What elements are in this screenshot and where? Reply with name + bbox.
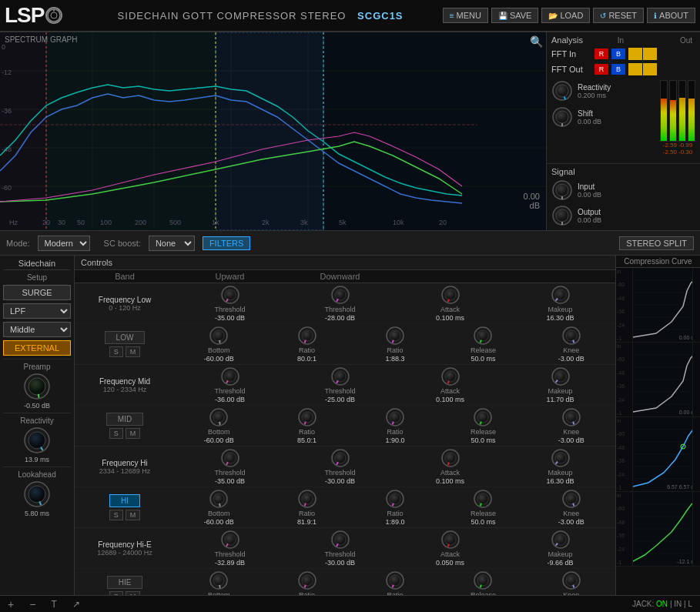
filters-button[interactable]: FILTERS [203, 236, 250, 250]
svg-point-161 [213, 575, 224, 586]
sc-reactivity-label: Reactivity [20, 416, 53, 425]
surge-button[interactable]: SURGE [3, 285, 71, 300]
attack-label-1: Attack [440, 387, 460, 395]
svg-point-86 [390, 330, 400, 341]
knob-UT2[interactable] [220, 448, 240, 468]
about-button[interactable]: ℹ ABOUT [647, 8, 695, 23]
knob-KN3[interactable] [561, 570, 581, 590]
knob-UT1[interactable] [220, 366, 240, 386]
knob-KN2[interactable] [561, 489, 581, 509]
load-button[interactable]: 📂 LOAD [541, 8, 590, 23]
svg-point-68 [225, 289, 236, 300]
band-group-1: Frequency Mid 120 - 2334 Hz Threshold -3… [75, 365, 615, 446]
band-m-btn-0[interactable]: M [126, 346, 141, 357]
arrow-icon[interactable]: ↗ [72, 599, 80, 610]
knob-UR3[interactable] [297, 570, 317, 590]
magnifier-icon[interactable]: 🔍 [530, 35, 543, 48]
input-label: Input [578, 182, 601, 191]
bottom-label-2: Bottom [208, 510, 230, 517]
svg-point-1 [51, 12, 57, 18]
reset-button[interactable]: ↺ RESET [593, 8, 644, 23]
knob-ATK0[interactable] [440, 285, 461, 305]
band-s-btn-1[interactable]: S [109, 428, 123, 439]
knob-DR1[interactable] [385, 407, 405, 427]
menu-button[interactable]: ≡ MENU [443, 8, 488, 23]
svg-text:200: 200 [135, 219, 146, 226]
downward-threshold-cell-2: Threshold -30.00 dB [285, 446, 395, 487]
external-button[interactable]: EXTERNAL [3, 340, 71, 356]
jack-out-btn[interactable]: L [688, 600, 692, 608]
knob-ATK3[interactable] [440, 530, 461, 550]
knob-KN0[interactable] [561, 326, 581, 346]
knob-UT0[interactable] [220, 285, 240, 305]
middle-select[interactable]: Middle Side [3, 322, 71, 337]
knob-UR0[interactable] [297, 326, 317, 346]
knob-DR3[interactable] [385, 570, 405, 590]
knob-REL3[interactable] [473, 570, 493, 590]
knob-MK1[interactable] [551, 366, 571, 386]
band-s-btn-2[interactable]: S [109, 510, 123, 520]
jack-in-btn[interactable]: IN [674, 600, 682, 608]
knob-MK0[interactable] [551, 285, 571, 305]
load-icon: 📂 [548, 12, 558, 20]
knob-ATK2[interactable] [440, 448, 461, 468]
band-s-btn-0[interactable]: S [109, 346, 123, 357]
reactivity-label-stack: Reactivity 0.200 ms [578, 83, 611, 99]
knob-MK2[interactable] [551, 448, 571, 468]
add-icon[interactable]: + [8, 598, 14, 610]
stereo-split-button[interactable]: STEREO SPLIT [619, 236, 694, 250]
mode-select[interactable]: Modern Classic [38, 236, 90, 251]
filter-select[interactable]: LPF HPF BPF [3, 303, 71, 319]
ur-label-1: Ratio [299, 428, 315, 436]
knob-DR0[interactable] [385, 326, 405, 346]
reactivity-knob[interactable] [551, 80, 573, 102]
preamp-knob[interactable] [23, 373, 51, 400]
svg-point-41 [556, 111, 568, 123]
svg-point-92 [566, 330, 577, 341]
remove-icon[interactable]: − [29, 598, 35, 610]
knob-BOT3[interactable] [209, 570, 229, 590]
fft-in-r-button[interactable]: R [594, 48, 608, 59]
fft-out-r-button[interactable]: R [594, 64, 608, 75]
knob-DT3[interactable] [330, 530, 350, 550]
fft-out-b-button[interactable]: B [611, 64, 625, 75]
input-knob[interactable] [551, 179, 573, 201]
svg-text:Hz: Hz [9, 219, 18, 226]
comp-curves-container: in -60 -48 -36 -24 -1 0.00 out in -60 [616, 268, 700, 567]
spectrum-graph[interactable]: SPECTRUM GRAPH 0 -12 -36 -48 -60 [0, 32, 546, 230]
svg-point-155 [445, 534, 456, 545]
knob-REL2[interactable] [473, 489, 493, 509]
band-btn-1[interactable]: MID [106, 413, 143, 426]
sc-boost-select[interactable]: None +6 dB [149, 236, 195, 251]
knob-UT3[interactable] [220, 530, 240, 550]
knob-BOT0[interactable] [209, 326, 229, 346]
knob-KN1[interactable] [561, 407, 581, 427]
ut-label-2: Threshold [214, 469, 245, 477]
knob-UR1[interactable] [297, 407, 317, 427]
knob-BOT1[interactable] [209, 407, 229, 427]
band-group-3: Frequency Hi-E 12689 - 24000 Hz Threshol… [75, 528, 615, 595]
tall-meter-bars [660, 80, 695, 142]
band-btn-2[interactable]: HI [109, 494, 140, 507]
fft-in-b-button[interactable]: B [611, 48, 625, 59]
knob-DT2[interactable] [330, 448, 350, 468]
shift-knob[interactable] [551, 106, 573, 128]
band-m-btn-1[interactable]: M [126, 428, 141, 439]
knob-UR2[interactable] [297, 489, 317, 509]
knob-DR2[interactable] [385, 489, 405, 509]
text-icon[interactable]: T [51, 599, 56, 610]
knob-DT0[interactable] [330, 285, 350, 305]
knob-MK3[interactable] [551, 530, 571, 550]
output-knob[interactable] [551, 205, 573, 226]
knob-REL0[interactable] [473, 326, 493, 346]
band-m-btn-2[interactable]: M [126, 510, 141, 520]
knob-REL1[interactable] [473, 407, 493, 427]
knob-ATK1[interactable] [440, 366, 461, 386]
save-button[interactable]: 💾 SAVE [491, 8, 539, 23]
knob-DT1[interactable] [330, 366, 350, 386]
band-btn-0[interactable]: LOW [105, 331, 146, 344]
sc-reactivity-knob[interactable] [23, 426, 51, 454]
knob-BOT2[interactable] [209, 489, 229, 509]
lookahead-knob[interactable] [23, 480, 51, 508]
band-btn-3[interactable]: HIE [107, 576, 143, 589]
